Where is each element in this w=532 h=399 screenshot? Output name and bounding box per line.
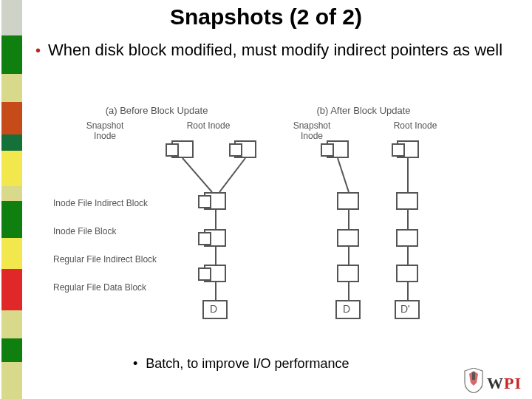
accent-stripe bbox=[1, 0, 22, 399]
node-snapshot-b-attach bbox=[321, 143, 334, 157]
wpi-logo: WPI bbox=[463, 368, 522, 393]
graph-area: D bbox=[157, 140, 467, 332]
node-ifb-b-snap bbox=[337, 229, 359, 247]
Dprime-label-b: D' bbox=[400, 303, 410, 315]
half-b: D D' bbox=[312, 140, 452, 332]
row-ifib: Inode File Indirect Block bbox=[53, 198, 157, 208]
logo-i: I bbox=[514, 374, 522, 392]
row-rfib: Regular File Indirect Block bbox=[53, 254, 157, 265]
node-ifib-a-attach bbox=[198, 195, 211, 208]
slide-title: Snapshots (2 of 2) bbox=[0, 4, 532, 30]
wpi-logo-text: WPI bbox=[487, 374, 522, 393]
node-root-b-attach bbox=[392, 143, 405, 157]
node-rfib-b-root bbox=[396, 265, 418, 282]
sub-bullet-text: Batch, to improve I/O performance bbox=[146, 356, 349, 371]
diagram-col-headers: (a) Before Block Update (b) After Block … bbox=[53, 105, 467, 116]
row-ifb: Inode File Block bbox=[53, 226, 157, 236]
diagram-row-labels: Inode File Indirect Block Inode File Blo… bbox=[53, 198, 157, 310]
D-label-b: D bbox=[343, 303, 350, 315]
group-b: Snapshot Inode Root Inode bbox=[260, 120, 467, 141]
sub-bullet: • Batch, to improve I/O performance bbox=[133, 356, 349, 372]
diagram-top-labels: Snapshot Inode Root Inode Snapshot Inode… bbox=[53, 120, 467, 141]
sub-bullet-dot-icon: • bbox=[133, 356, 137, 371]
logo-w: W bbox=[487, 374, 504, 392]
label-snapshot-a: Snapshot Inode bbox=[79, 120, 131, 141]
col-b-header: (b) After Block Update bbox=[260, 105, 467, 116]
bullet-dot-icon: • bbox=[35, 40, 41, 61]
group-a: Snapshot Inode Root Inode bbox=[53, 120, 260, 141]
label-root-a: Root Inode bbox=[183, 120, 234, 141]
logo-p: P bbox=[504, 374, 514, 392]
node-ifib-b-snap bbox=[337, 192, 359, 210]
slide: Snapshots (2 of 2) • When disk block mod… bbox=[0, 0, 532, 399]
node-snapshot-a-attach bbox=[166, 143, 179, 157]
D-label-a: D bbox=[210, 303, 217, 315]
node-ifb-b-root bbox=[396, 229, 418, 247]
node-root-a-attach bbox=[229, 143, 242, 157]
label-root-b: Root Inode bbox=[389, 120, 441, 141]
bullet-text: When disk block modified, must modify in… bbox=[48, 40, 502, 61]
wpi-shield-icon bbox=[463, 368, 484, 393]
diagram: (a) Before Block Update (b) After Block … bbox=[53, 105, 467, 341]
half-a: D bbox=[157, 140, 297, 332]
node-rfib-b-snap bbox=[337, 265, 359, 282]
svg-line-0 bbox=[183, 158, 212, 192]
svg-rect-13 bbox=[472, 372, 475, 380]
label-snapshot-b: Snapshot Inode bbox=[286, 120, 338, 141]
node-rfib-a-attach bbox=[198, 267, 211, 281]
svg-line-1 bbox=[219, 158, 245, 192]
row-rfdb: Regular File Data Block bbox=[53, 282, 157, 293]
bullet-area: • When disk block modified, must modify … bbox=[35, 40, 508, 61]
bullet-row: • When disk block modified, must modify … bbox=[35, 40, 508, 61]
col-a-header: (a) Before Block Update bbox=[53, 105, 260, 116]
svg-line-5 bbox=[338, 158, 349, 192]
node-ifb-a-attach bbox=[198, 232, 211, 245]
node-ifib-b-root bbox=[396, 192, 418, 210]
